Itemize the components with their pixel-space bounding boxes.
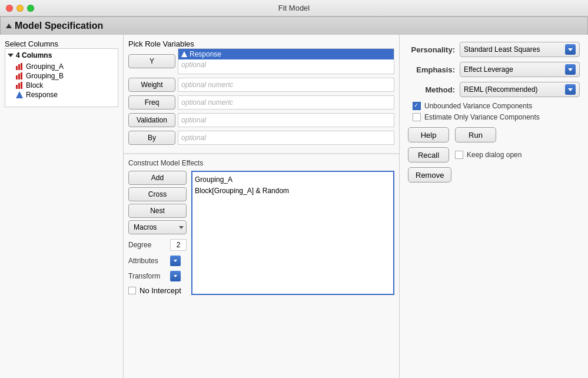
remove-row: Remove [408, 167, 580, 183]
model-spec-title: Model Specification [15, 21, 103, 31]
transform-label: Transform [128, 272, 167, 280]
keep-dialog-row: Keep dialog open [455, 151, 521, 159]
run-button[interactable]: Run [455, 127, 496, 142]
bar-chart-icon [16, 63, 23, 70]
role-field-freq[interactable]: optional numeric [178, 95, 394, 110]
column-name: Response [26, 91, 58, 99]
personality-value: Standard Least Squares [464, 45, 540, 54]
degree-input[interactable]: 2 [170, 239, 187, 251]
recall-button[interactable]: Recall [408, 147, 449, 163]
columns-tree: 4 Columns Grouping_A [5, 48, 118, 107]
role-field-y[interactable]: Response optional [178, 48, 394, 74]
cross-button[interactable]: Cross [128, 187, 187, 201]
keep-dialog-label: Keep dialog open [467, 151, 521, 159]
transform-row: Transform [128, 271, 187, 281]
role-row-validation: Validation optional [128, 113, 394, 127]
transform-select[interactable] [170, 271, 181, 281]
right-panel: Personality: Standard Least Squares Emph… [400, 35, 588, 378]
role-row-by: By optional [128, 131, 394, 145]
action-buttons: Help Run Recall Keep dialog open Remove [408, 127, 580, 183]
maximize-button[interactable] [27, 5, 34, 12]
keep-dialog-checkbox[interactable] [455, 151, 463, 159]
help-button[interactable]: Help [408, 127, 449, 142]
unbounded-variance-checkbox[interactable] [413, 102, 421, 110]
method-label: Method: [408, 85, 455, 94]
content-area: Select Columns 4 Columns Grouping_A [0, 35, 588, 378]
freq-placeholder: optional numeric [181, 98, 233, 107]
svg-marker-10 [181, 51, 187, 57]
degree-label: Degree [128, 241, 167, 249]
column-name: Block [26, 81, 43, 89]
svg-rect-1 [18, 64, 20, 70]
attributes-label: Attributes [128, 257, 167, 265]
emphasis-select[interactable]: Effect Leverage [460, 62, 580, 77]
intercept-row: No Intercept [128, 286, 187, 295]
method-value: REML (Recommended) [464, 85, 538, 94]
method-row: Method: REML (Recommended) [408, 82, 580, 97]
collapse-icon[interactable] [8, 54, 14, 57]
triangle-icon-small [181, 51, 187, 57]
role-row-freq: Freq optional numeric [128, 95, 394, 110]
column-name: Grouping_A [26, 62, 64, 71]
role-button-by[interactable]: By [128, 131, 175, 145]
construct-inner: Add Cross Nest Macros Degree 2 [128, 171, 394, 295]
personality-select[interactable]: Standard Least Squares [460, 42, 580, 57]
collapse-triangle-icon[interactable] [6, 24, 12, 28]
attributes-row: Attributes [128, 256, 187, 266]
nest-button[interactable]: Nest [128, 204, 187, 218]
validation-placeholder: optional [181, 116, 206, 124]
list-item[interactable]: Grouping_B [8, 71, 115, 81]
construct-buttons: Add Cross Nest Macros Degree 2 [128, 171, 187, 295]
center-column: Pick Role Variables Y Response optional [124, 35, 400, 378]
add-button[interactable]: Add [128, 171, 187, 185]
personality-label: Personality: [408, 45, 455, 54]
role-field-by[interactable]: optional [178, 131, 394, 145]
role-row-y: Y Response optional [128, 48, 394, 74]
unbounded-variance-row: Unbounded Variance Components [408, 102, 580, 110]
svg-rect-7 [18, 83, 20, 89]
role-button-freq[interactable]: Freq [128, 95, 175, 110]
effects-area[interactable]: Grouping_A Block[Grouping_A] & Random [191, 171, 394, 295]
titlebar: Fit Model [0, 0, 588, 16]
svg-rect-3 [16, 75, 18, 79]
macros-button[interactable]: Macros [128, 220, 187, 234]
attributes-select[interactable] [170, 256, 181, 266]
list-item[interactable]: Grouping_A [8, 62, 115, 71]
role-section: Pick Role Variables Y Response optional [124, 35, 399, 154]
role-button-y[interactable]: Y [128, 54, 175, 68]
estimate-only-checkbox[interactable] [413, 113, 421, 121]
no-intercept-checkbox[interactable] [128, 287, 136, 294]
y-value: Response [190, 50, 221, 58]
y-selected-item: Response [178, 49, 394, 59]
columns-group-label: 4 Columns [16, 51, 52, 59]
svg-rect-8 [21, 82, 22, 89]
macros-arrow-icon [179, 226, 184, 229]
window-title: Fit Model [278, 4, 310, 12]
construct-title: Construct Model Effects [128, 159, 394, 167]
emphasis-arrow-icon [565, 64, 576, 75]
left-panel: Select Columns 4 Columns Grouping_A [0, 35, 124, 378]
select-columns-title: Select Columns [5, 39, 118, 48]
role-field-validation[interactable]: optional [178, 113, 394, 127]
list-item[interactable]: Block [8, 81, 115, 90]
degree-row: Degree 2 [128, 239, 187, 251]
svg-marker-9 [16, 91, 23, 98]
tree-header: 4 Columns [8, 51, 115, 59]
unbounded-variance-label: Unbounded Variance Components [424, 102, 532, 110]
role-field-weight[interactable]: optional numeric [178, 78, 394, 92]
svg-rect-2 [21, 63, 22, 70]
emphasis-row: Emphasis: Effect Leverage [408, 62, 580, 77]
minimize-button[interactable] [16, 5, 24, 12]
personality-arrow-icon [565, 44, 576, 55]
remove-button[interactable]: Remove [408, 167, 451, 183]
svg-rect-6 [16, 85, 18, 89]
list-item[interactable]: Response [8, 90, 115, 100]
app-window: Fit Model Model Specification Select Col… [0, 0, 588, 378]
y-placeholder: optional [178, 59, 394, 70]
model-spec-header: Model Specification [0, 16, 588, 35]
personality-row: Personality: Standard Least Squares [408, 42, 580, 57]
role-button-weight[interactable]: Weight [128, 78, 175, 92]
close-button[interactable] [6, 5, 13, 12]
role-button-validation[interactable]: Validation [128, 113, 175, 127]
method-select[interactable]: REML (Recommended) [460, 82, 580, 97]
